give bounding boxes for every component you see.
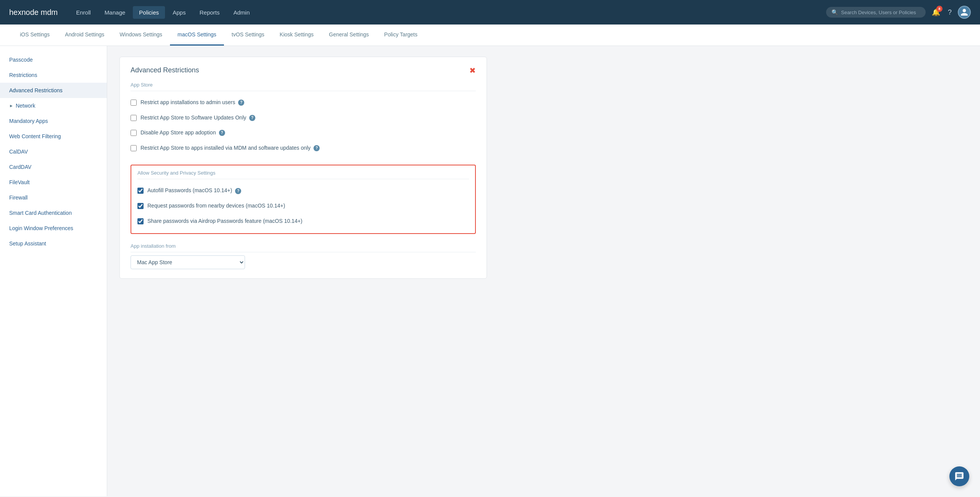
app-logo: hexnode mdm (9, 8, 58, 17)
tab-kiosk-settings[interactable]: Kiosk Settings (272, 25, 322, 46)
checkbox-row: Share passwords via Airdrop Passwords fe… (137, 214, 469, 229)
search-input[interactable] (841, 10, 920, 15)
restrict-admin-label: Restrict app installations to admin user… (140, 99, 244, 106)
security-privacy-title: Allow Security and Privacy Settings (137, 170, 469, 179)
top-navigation: hexnode mdm Enroll Manage Policies Apps … (0, 0, 980, 25)
sidebar-item-carddav[interactable]: CardDAV (0, 159, 107, 175)
sidebar-item-setup-assistant[interactable]: Setup Assistant (0, 236, 107, 251)
user-avatar[interactable] (958, 6, 971, 19)
help-icon-autofill[interactable]: ? (235, 188, 241, 194)
help-icon[interactable]: ? (946, 7, 953, 18)
help-icon-restrict-admin[interactable]: ? (238, 100, 244, 106)
checkbox-row: Restrict App Store to Software Updates O… (131, 110, 476, 126)
sidebar-item-firewall[interactable]: Firewall (0, 190, 107, 205)
tab-policy-targets[interactable]: Policy Targets (377, 25, 425, 46)
content-area: Advanced Restrictions ✖ App Store Restri… (107, 46, 980, 496)
help-icon-adoption[interactable]: ? (219, 130, 225, 136)
tab-ios-settings[interactable]: iOS Settings (12, 25, 57, 46)
sidebar-item-network[interactable]: ► Network (0, 98, 107, 113)
chevron-right-icon: ► (9, 103, 13, 108)
checkbox-row: Request passwords from nearby devices (m… (137, 198, 469, 214)
app-store-section: App Store Restrict app installations to … (131, 82, 476, 155)
checkbox-row: Restrict App Store to apps installed via… (131, 141, 476, 156)
sidebar-item-advanced-restrictions[interactable]: Advanced Restrictions (0, 83, 107, 98)
share-passwords-label: Share passwords via Airdrop Passwords fe… (147, 217, 302, 225)
sidebar-item-web-content-filtering[interactable]: Web Content Filtering (0, 129, 107, 144)
sidebar-item-caldav[interactable]: CalDAV (0, 144, 107, 159)
share-passwords-checkbox[interactable] (137, 218, 144, 224)
nav-items: Enroll Manage Policies Apps Reports Admi… (70, 6, 823, 19)
security-privacy-section: Allow Security and Privacy Settings Auto… (131, 165, 476, 234)
help-icon-mdm[interactable]: ? (314, 145, 320, 151)
restrict-software-updates-checkbox[interactable] (131, 115, 137, 121)
tab-android-settings[interactable]: Android Settings (57, 25, 112, 46)
tab-tvos-settings[interactable]: tvOS Settings (224, 25, 272, 46)
nav-reports[interactable]: Reports (193, 6, 226, 19)
tab-macos-settings[interactable]: macOS Settings (170, 25, 224, 46)
search-icon: 🔍 (831, 9, 838, 15)
topnav-right: 🔍 🔔 8 ? (826, 6, 971, 19)
nav-enroll[interactable]: Enroll (70, 6, 97, 19)
app-installation-section: App installation from Mac App Store Mac … (131, 243, 476, 269)
tab-general-settings[interactable]: General Settings (321, 25, 376, 46)
restrict-mdm-label: Restrict App Store to apps installed via… (140, 144, 320, 152)
app-installation-title: App installation from (131, 243, 476, 252)
help-icon-software-updates[interactable]: ? (249, 115, 255, 121)
disable-adoption-label: Disable App Store app adoption ? (140, 129, 225, 137)
tab-windows-settings[interactable]: Windows Settings (112, 25, 170, 46)
app-installation-dropdown[interactable]: Mac App Store Mac App Store and identifi… (131, 255, 245, 269)
close-button[interactable]: ✖ (469, 67, 476, 74)
sidebar-item-smart-card[interactable]: Smart Card Authentication (0, 205, 107, 221)
disable-adoption-checkbox[interactable] (131, 130, 137, 136)
nav-manage[interactable]: Manage (98, 6, 131, 19)
sidebar: Passcode Restrictions Advanced Restricti… (0, 46, 107, 496)
nav-apps[interactable]: Apps (167, 6, 192, 19)
nav-admin[interactable]: Admin (227, 6, 256, 19)
search-box[interactable]: 🔍 (826, 7, 926, 18)
request-passwords-label: Request passwords from nearby devices (m… (147, 202, 285, 210)
secondary-navigation: iOS Settings Android Settings Windows Se… (0, 25, 980, 46)
request-passwords-checkbox[interactable] (137, 203, 144, 209)
sidebar-item-mandatory-apps[interactable]: Mandatory Apps (0, 113, 107, 129)
restrict-mdm-checkbox[interactable] (131, 145, 137, 151)
restrict-software-updates-label: Restrict App Store to Software Updates O… (140, 114, 255, 122)
sidebar-item-passcode[interactable]: Passcode (0, 52, 107, 67)
app-store-section-title: App Store (131, 82, 476, 91)
panel-title: Advanced Restrictions (131, 66, 199, 74)
checkbox-row: Disable App Store app adoption ? (131, 125, 476, 141)
sidebar-item-login-window[interactable]: Login Window Preferences (0, 221, 107, 236)
sidebar-item-restrictions[interactable]: Restrictions (0, 67, 107, 83)
autofill-passwords-checkbox[interactable] (137, 188, 144, 194)
notification-bell[interactable]: 🔔 8 (930, 7, 942, 18)
advanced-restrictions-panel: Advanced Restrictions ✖ App Store Restri… (119, 57, 487, 279)
main-content: Passcode Restrictions Advanced Restricti… (0, 46, 980, 496)
sidebar-item-filevault[interactable]: FileVault (0, 175, 107, 190)
nav-policies[interactable]: Policies (133, 6, 165, 19)
notification-badge: 8 (936, 6, 942, 12)
autofill-passwords-label: Autofill Passwords (macOS 10.14+) ? (147, 187, 241, 195)
restrict-admin-checkbox[interactable] (131, 100, 137, 106)
checkbox-row: Restrict app installations to admin user… (131, 95, 476, 110)
chat-button[interactable] (949, 466, 969, 486)
panel-header: Advanced Restrictions ✖ (131, 66, 476, 74)
checkbox-row: Autofill Passwords (macOS 10.14+) ? (137, 183, 469, 198)
